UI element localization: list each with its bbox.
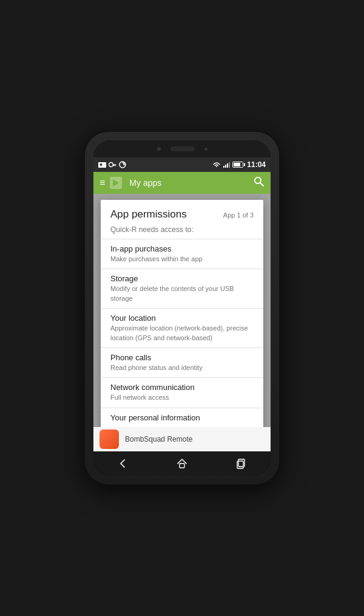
svg-rect-12 [180,464,184,468]
dialog-app-count: App 1 of 3 [223,211,254,219]
svg-rect-5 [115,165,116,166]
permission-item-location: Your location Approximate location (netw… [101,308,263,347]
permission-desc: Approximate location (network-based), pr… [110,324,254,343]
svg-point-1 [100,163,103,166]
svg-line-11 [260,183,263,186]
wifi-icon [212,162,221,168]
permission-category: In-app purchases [110,244,254,253]
permission-category: Your location [110,313,254,323]
menu-icon[interactable]: ≡ [99,177,105,188]
svg-marker-9 [113,179,119,187]
home-button[interactable] [170,451,194,476]
status-left-icons [98,161,126,168]
permission-category: Your personal information [110,413,254,422]
dialog-header: App permissions App 1 of 3 [101,200,263,225]
play-store-icon [110,177,122,189]
status-bar: 11:04 [93,157,271,172]
phone-screen: 11:04 ≡ My apps [93,140,271,476]
status-right-icons: 11:04 [212,160,266,169]
permission-item-phone: Phone calls Read phone status and identi… [101,347,263,377]
permission-desc: Make purchases within the app [110,255,254,264]
nav-bar [93,451,271,476]
svg-point-3 [109,163,113,167]
phone-device: 11:04 ≡ My apps [85,132,279,484]
picture-icon [98,162,106,168]
permission-desc: Full network access [110,393,254,402]
permission-category: Network communication [110,383,254,392]
permission-desc: Read phone status and identity [110,363,254,372]
permission-item-personal: Your personal information [101,408,263,428]
back-button[interactable] [111,451,135,476]
permission-item-inapp: In-app purchases Make purchases within t… [101,239,263,269]
speaker [170,146,195,151]
battery-icon [232,162,243,168]
signal-icon [223,162,230,168]
key-icon [109,162,116,168]
dialog-overlay: App permissions App 1 of 3 Quick-R needs… [93,194,271,451]
permission-category: Storage [110,274,254,283]
dialog-needs-text: Quick-R needs access to: [101,225,263,239]
time-display: 11:04 [247,160,266,169]
svg-rect-6 [113,165,115,166]
bottom-app-row: BombSquad Remote [93,427,271,451]
permissions-dialog: App permissions App 1 of 3 Quick-R needs… [101,200,263,451]
dialog-title: App permissions [110,208,187,221]
permission-item-network: Network communication Full network acces… [101,377,263,407]
svg-rect-4 [113,165,116,166]
app-bar: ≡ My apps [93,172,271,194]
svg-marker-8 [123,163,125,166]
camera [157,147,161,151]
permission-category: Phone calls [110,353,254,362]
recents-button[interactable] [229,451,253,476]
screen-content: App permissions App 1 of 3 Quick-R needs… [93,194,271,451]
bombsquad-icon [99,429,119,449]
sensor [204,148,207,151]
search-icon[interactable] [254,176,265,190]
app-bar-title: My apps [129,178,249,188]
sync-icon [119,161,126,168]
permission-item-storage: Storage Modify or delete the contents of… [101,269,263,308]
phone-top-hardware [93,140,271,157]
app-name: BombSquad Remote [125,435,192,443]
permission-desc: Modify or delete the contents of your US… [110,284,254,303]
